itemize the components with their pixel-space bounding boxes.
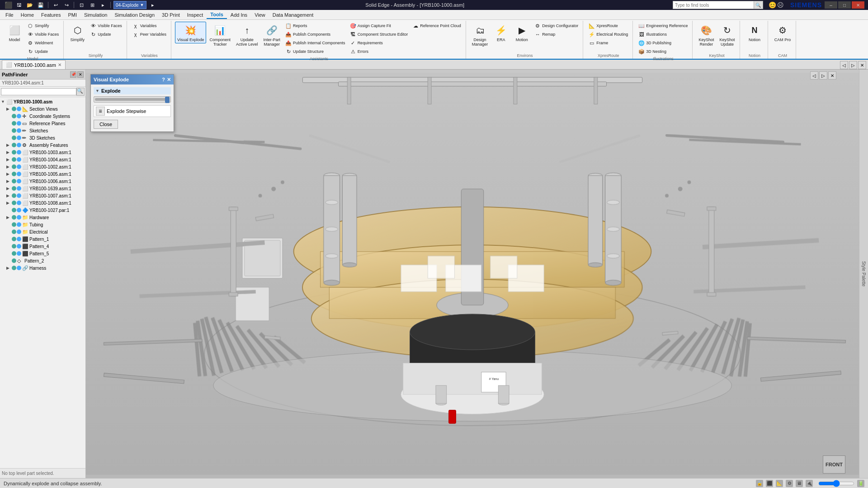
update-sm-button[interactable]: ↻ Update [88, 30, 123, 38]
tree-node-1003[interactable]: ▶ ⬜ YRB100-1003.asm:1 [1, 149, 85, 156]
view-nav-back[interactable]: ◁ [840, 61, 848, 69]
xpresroute-button[interactable]: 📐 XpresRoute [587, 22, 630, 30]
menu-3dprint[interactable]: 3D Print [158, 11, 184, 19]
1007-expand[interactable]: ▶ [6, 193, 12, 198]
qat-expand[interactable]: ▸ [148, 1, 157, 9]
status-icon-4[interactable]: ⚙ [786, 480, 793, 487]
root-expand[interactable]: ▼ [1, 99, 6, 104]
dialog-close-x-button[interactable]: ✕ [167, 77, 171, 83]
tree-node-1007[interactable]: ▶ ⬜ YRB100-1007.asm:1 [1, 192, 85, 199]
frame-button[interactable]: ▭ Frame [587, 39, 630, 47]
tree-node-1639[interactable]: ▶ ⬜ YRB100-1639.asm:1 [1, 185, 85, 192]
view-nav-close[interactable]: ✕ [858, 61, 866, 69]
tree-node-1004[interactable]: ▶ ⬜ YRB100-1004.asm:1 [1, 156, 85, 163]
status-icon-1[interactable]: 🔒 [756, 480, 763, 487]
tree-node-root[interactable]: ▼ ⬜ YRB100-1000.asm [1, 98, 85, 105]
menu-file[interactable]: File [2, 11, 17, 19]
status-icon-3[interactable]: 📐 [776, 480, 783, 487]
menu-sim-design[interactable]: Simulation Design [111, 11, 158, 19]
qat-redo[interactable]: ↪ [62, 1, 71, 9]
peer-variables-button[interactable]: χ Peer Variables [131, 30, 168, 38]
3d-nesting-button[interactable]: 📦 3D Nesting [637, 47, 689, 56]
pathfinder-close[interactable]: ✕ [77, 71, 84, 78]
tree-node-1008[interactable]: ▶ ⬜ YRB100-1008.asm:1 [1, 199, 85, 206]
visible-faces-button[interactable]: 👁 Visible Faces [25, 30, 61, 38]
viewport-back-button[interactable]: ◁ [810, 71, 818, 80]
status-icon-6[interactable]: 🔌 [806, 480, 813, 487]
tree-node-1027[interactable]: 🔷 YRB100-1027.par:1 [1, 206, 85, 214]
publish-internal-button[interactable]: 📤 Publish Internal Components [283, 39, 347, 47]
1008-expand[interactable]: ▶ [6, 201, 12, 205]
variables-button[interactable]: χ Variables [131, 22, 168, 30]
status-icon-2[interactable]: ⬛ [766, 480, 773, 487]
viewport-close-button[interactable]: ✕ [828, 71, 836, 80]
smiley-sad[interactable]: ☹ [777, 1, 784, 9]
simplify-lg-button[interactable]: ⬡ Simplify [67, 22, 87, 43]
cam-pro-button[interactable]: ⚙ CAM Pro [772, 22, 793, 43]
menu-view[interactable]: View [251, 11, 269, 19]
doc-tab-yrb100[interactable]: ⬜ YRB100-1000.asm ✕ [2, 60, 66, 69]
1639-expand[interactable]: ▶ [6, 186, 12, 191]
tree-node-pattern4[interactable]: ⬛ Pattern_4 [1, 243, 85, 250]
af-expand[interactable]: ▶ [6, 143, 12, 147]
requirements-button[interactable]: ✓ Requirements [348, 39, 410, 47]
menu-inspect[interactable]: Inspect [184, 11, 207, 19]
design-manager-button[interactable]: 🗂 DesignManager [470, 22, 491, 48]
vis-faces-sm-button[interactable]: 👁 Visible Faces [88, 22, 123, 30]
dialog-help-button[interactable]: ? [162, 77, 165, 83]
tree-node-1005[interactable]: ▶ ⬜ YRB100-1005.asm:1 [1, 170, 85, 178]
assign-capture-button[interactable]: 🎯 Assign Capture Fit [348, 22, 410, 30]
qat-new[interactable]: 🖫 [14, 1, 24, 9]
remap-button[interactable]: ↔ Remap [533, 30, 580, 38]
tree-node-electrical[interactable]: 📁 Electrical [1, 228, 85, 235]
tree-node-3d-sketches[interactable]: ✏ 3D Sketches [1, 134, 85, 141]
minimize-button[interactable]: – [825, 1, 837, 9]
find-input[interactable] [673, 1, 754, 9]
menu-home[interactable]: Home [17, 11, 38, 19]
explode-stepwise-row[interactable]: ≡ Explode Stepwise [94, 105, 171, 117]
menu-tools[interactable]: Tools [207, 11, 227, 19]
tree-search-input[interactable] [1, 88, 76, 95]
doc-tab-close[interactable]: ✕ [58, 62, 61, 67]
menu-simulation[interactable]: Simulation [80, 11, 111, 19]
tree-node-asm-features[interactable]: ▶ ⚙ Assembly Features [1, 141, 85, 149]
weldment-button[interactable]: ⚙ Weldment [25, 39, 61, 47]
find-button[interactable]: 🔍 [754, 1, 763, 9]
view-nav-forward[interactable]: ▷ [849, 61, 857, 69]
explode-slider[interactable] [94, 96, 171, 103]
smiley-happy[interactable]: 😊 [769, 1, 776, 9]
1005-expand[interactable]: ▶ [6, 172, 12, 176]
inter-part-manager-button[interactable]: 🔗 Inter-PartManager [261, 22, 283, 48]
maximize-button[interactable]: □ [838, 1, 851, 9]
qat-btn4[interactable]: ⊞ [88, 1, 97, 9]
tree-node-sketches[interactable]: ✏ Sketches [1, 127, 85, 134]
sv-expand[interactable]: ▶ [6, 107, 12, 111]
reports-button[interactable]: 📋 Reports [283, 22, 347, 30]
hr-expand[interactable]: ▶ [6, 266, 12, 270]
era-button[interactable]: ⚡ ERA [491, 22, 511, 43]
1002-expand[interactable]: ▶ [6, 164, 12, 169]
keyshot-render-button[interactable]: 🎨 KeyShotRender [696, 22, 716, 48]
tree-node-pattern1[interactable]: ⬛ Pattern_1 [1, 235, 85, 243]
tree-node-hardware[interactable]: ▶ 📁 Hardware [1, 214, 85, 221]
publish-components-button[interactable]: 📤 Publish Components [283, 30, 347, 38]
model-button[interactable]: ⬜ Model [5, 22, 24, 43]
design-config-button[interactable]: ⚙ Design Configurator [533, 22, 580, 30]
notion-button[interactable]: N Notion [745, 22, 764, 43]
view-dropdown[interactable]: 04-Explode ▼ [113, 1, 146, 9]
qat-undo[interactable]: ↩ [51, 1, 60, 9]
tree-search-button[interactable]: 🔍 [76, 88, 85, 96]
errors-button[interactable]: ⚠ Errors [348, 47, 410, 56]
tree-node-section-views[interactable]: ▶ 📐 Section Views [1, 105, 85, 113]
hw-expand[interactable]: ▶ [6, 215, 12, 220]
tree-node-ref-planes[interactable]: ▭ Reference Planes [1, 120, 85, 127]
component-tracker-button[interactable]: 📊 ComponentTracker [207, 22, 233, 48]
tree-node-tubing[interactable]: 📁 Tubing [1, 221, 85, 228]
3d-publishing-button[interactable]: 🌐 3D Publishing [637, 39, 689, 47]
tree-node-pattern5[interactable]: ⬛ Pattern_5 [1, 250, 85, 257]
qat-btn5[interactable]: ▸ [99, 1, 108, 9]
visual-explode-button[interactable]: 💥 Visual Explode [175, 22, 206, 43]
viewport-forward-button[interactable]: ▷ [819, 71, 827, 80]
electrical-routing-button[interactable]: ⚡ Electrical Routing [587, 30, 630, 38]
qat-btn3[interactable]: ⊡ [77, 1, 86, 9]
